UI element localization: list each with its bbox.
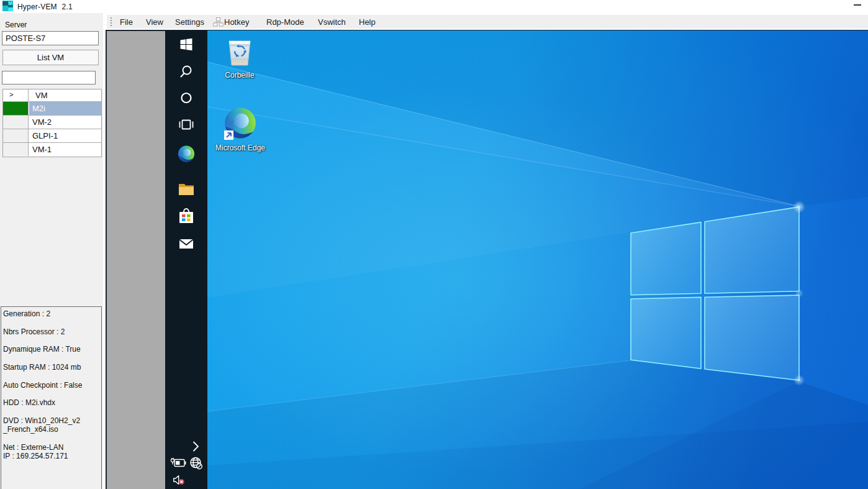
svg-text:V: V bbox=[9, 1, 12, 6]
